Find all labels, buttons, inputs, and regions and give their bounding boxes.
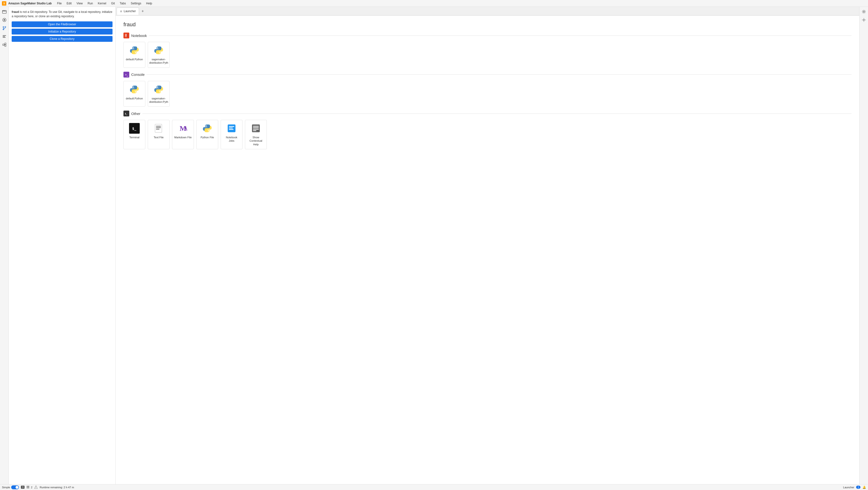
svg-rect-10 — [3, 37, 6, 38]
menu-file[interactable]: File — [55, 1, 64, 6]
svg-text:$_: $_ — [125, 113, 127, 115]
svg-rect-44 — [253, 127, 259, 128]
app-logo: S — [2, 1, 6, 6]
menu-help[interactable]: Help — [144, 1, 154, 6]
python-file-card-icon — [202, 123, 213, 134]
launcher-content: fraud Notebook — [116, 16, 859, 484]
svg-point-48 — [863, 20, 864, 21]
python-file-card[interactable]: Python File — [196, 120, 218, 149]
console-python-icon — [129, 84, 140, 95]
other-section-header: $_ Other — [123, 111, 851, 116]
svg-rect-34 — [156, 129, 159, 129]
right-sidebar — [859, 7, 868, 484]
console-cards-row: default:Python sagemaker-distribution:Py… — [123, 81, 851, 107]
default-python-console-card[interactable]: default:Python — [123, 81, 145, 107]
sidebar-folder-icon[interactable] — [1, 8, 8, 15]
svg-text:S: S — [3, 2, 5, 5]
right-panel: 🖥 Launcher + fraud Notebook — [116, 7, 859, 484]
python-icon — [129, 45, 140, 56]
notebook-jobs-card[interactable]: Notebook Jobs — [221, 120, 243, 149]
menu-edit[interactable]: Edit — [65, 1, 74, 6]
text-file-icon — [153, 123, 164, 134]
status-bar: Simple 3 2 ! Runtime remaining: 2 h 47 m… — [0, 484, 868, 490]
notebook-section-title: Notebook — [131, 34, 147, 38]
svg-point-20 — [159, 52, 160, 53]
menu-git[interactable]: Git — [109, 1, 117, 6]
markdown-file-card[interactable]: M Markdown File — [172, 120, 194, 149]
sidebar-list-icon[interactable] — [1, 33, 8, 40]
svg-text:$_: $_ — [132, 127, 136, 131]
menu-view[interactable]: View — [74, 1, 85, 6]
svg-rect-31 — [155, 124, 162, 132]
sidebar-circle-icon[interactable] — [1, 17, 8, 23]
open-filebrowser-button[interactable]: Open the FileBrowser — [12, 21, 113, 27]
sagemaker-python-notebook-card[interactable]: sagemaker-distribution:Pyth — [148, 42, 169, 68]
sidebar-extension-icon[interactable] — [1, 41, 8, 48]
mode-toggle-group: Simple — [2, 485, 19, 489]
runtime-text: Runtime remaining: 2 h 47 m — [40, 486, 74, 489]
tab-bar: 🖥 Launcher + — [116, 7, 859, 16]
menu-run[interactable]: Run — [86, 1, 95, 6]
initialize-repository-button[interactable]: Initialize a Repository — [12, 29, 113, 34]
terminal-icon: $_ — [129, 123, 140, 134]
tab-launcher[interactable]: 🖥 Launcher — [117, 7, 139, 15]
default-python-notebook-card[interactable]: default:Python — [123, 42, 145, 68]
right-settings-icon[interactable] — [861, 8, 867, 15]
clone-repository-button[interactable]: Clone a Repository — [12, 36, 113, 42]
svg-point-7 — [5, 27, 6, 27]
mode-label: Simple — [2, 486, 10, 489]
status-warning-icon: ! — [34, 485, 38, 489]
svg-rect-32 — [156, 126, 161, 127]
git-buttons: Open the FileBrowser Initialize a Reposi… — [12, 21, 113, 42]
left-panel: fraud is not a Git repository. To use Gi… — [9, 7, 116, 484]
contextual-help-card-label: Show Contextual Help — [247, 135, 265, 146]
svg-rect-40 — [229, 128, 233, 128]
console-section-title: Console — [131, 72, 145, 76]
status-number2: 2 — [31, 486, 32, 489]
svg-point-25 — [157, 87, 158, 88]
tab-launcher-label: Launcher — [124, 9, 136, 13]
status-divider-text: 2 — [27, 486, 32, 489]
svg-rect-13 — [5, 45, 6, 47]
svg-point-24 — [135, 91, 136, 92]
git-notice: fraud is not a Git repository. To use Gi… — [12, 10, 113, 19]
status-number1: 3 — [21, 486, 25, 489]
sidebar-icons — [0, 7, 9, 484]
svg-rect-43 — [253, 126, 259, 127]
svg-point-37 — [208, 130, 209, 131]
notebook-jobs-card-label: Notebook Jobs — [223, 135, 240, 143]
terminal-card[interactable]: $_ Terminal — [123, 120, 145, 149]
launcher-count-badge: 1 — [856, 486, 861, 489]
right-wrench-icon[interactable] — [861, 17, 867, 23]
svg-point-23 — [133, 87, 134, 88]
terminal-card-label: Terminal — [129, 135, 140, 139]
tab-launcher-icon: 🖥 — [120, 10, 122, 13]
contextual-help-card[interactable]: Show Contextual Help — [245, 120, 267, 149]
other-cards-row: $_ Terminal Text Fil — [123, 120, 851, 149]
add-tab-button[interactable]: + — [140, 8, 146, 14]
status-left: Simple 3 2 ! Runtime remaining: 2 h 47 m — [2, 485, 74, 489]
svg-rect-11 — [3, 44, 4, 45]
svg-point-18 — [135, 52, 136, 53]
svg-rect-8 — [3, 35, 6, 36]
svg-text:!: ! — [36, 486, 36, 489]
svg-rect-12 — [5, 43, 6, 44]
sidebar-git-icon[interactable] — [1, 25, 8, 32]
menu-kernel[interactable]: Kernel — [96, 1, 108, 6]
notebook-section-icon — [123, 33, 129, 38]
sagemaker-python-console-card[interactable]: sagemaker-distribution:Pyth — [148, 81, 169, 107]
menu-settings[interactable]: Settings — [129, 1, 143, 6]
markdown-file-card-label: Markdown File — [174, 135, 192, 139]
mode-toggle[interactable] — [11, 485, 19, 489]
default-python-notebook-label: default:Python — [126, 58, 143, 61]
svg-rect-51 — [27, 487, 28, 488]
svg-rect-42 — [252, 124, 260, 132]
svg-point-19 — [157, 48, 158, 49]
git-notice-text: is not a Git repository. To use Git, nav… — [12, 10, 112, 18]
menu-tabs[interactable]: Tabs — [118, 1, 128, 6]
console-section-icon: >_ — [123, 72, 129, 78]
launcher-status-label: Launcher — [843, 486, 855, 489]
python-file-card-label: Python File — [200, 135, 214, 139]
svg-rect-16 — [127, 34, 128, 37]
text-file-card[interactable]: Text File — [148, 120, 169, 149]
